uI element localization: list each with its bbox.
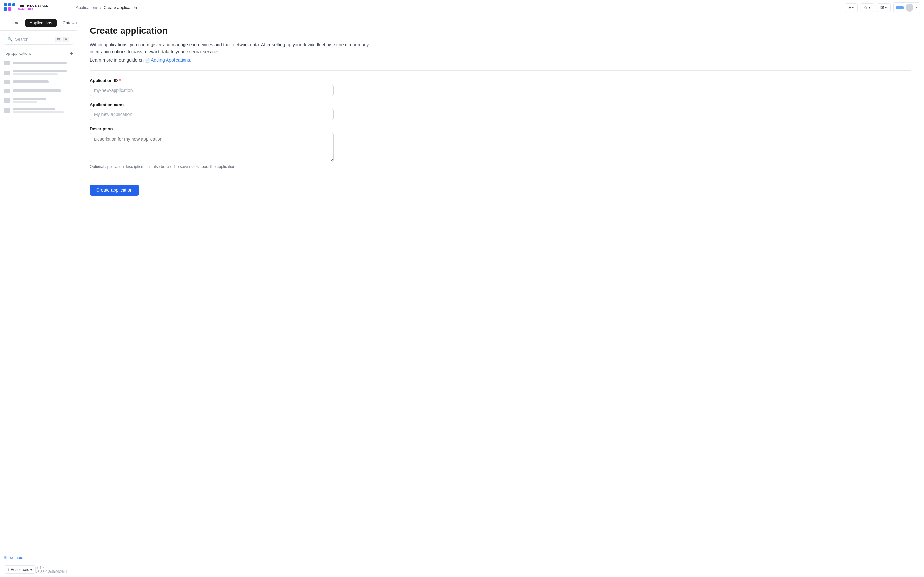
header-actions: + ▾ ☆ ▾ ✉ ▾ ▾ [845, 2, 920, 13]
list-item[interactable] [0, 87, 77, 95]
svg-rect-1 [8, 3, 11, 6]
bookmark-button[interactable]: ☆ ▾ [860, 3, 874, 12]
app-icon [4, 108, 10, 113]
app-icon [4, 61, 10, 65]
list-item[interactable] [0, 105, 77, 115]
logo-area: THE THINGS STACK SANDBOX [4, 3, 68, 12]
nav-gateways[interactable]: Gateways [58, 19, 77, 27]
app-id-group: Application ID * [90, 78, 334, 96]
kbd-k: K [63, 37, 69, 42]
app-icon [4, 89, 10, 93]
description-group: Description Optional application descrip… [90, 126, 334, 169]
app-name-label: Application name [90, 102, 334, 107]
sidebar-nav: Home Applications Gateways [0, 15, 77, 31]
description-hint: Optional application description; can al… [90, 164, 334, 169]
sidebar-section-header: Top applications + [0, 49, 77, 58]
list-item[interactable] [0, 68, 77, 77]
required-indicator: * [119, 78, 121, 83]
app-icon [4, 71, 10, 75]
nav-applications[interactable]: Applications [25, 19, 57, 27]
show-more-link[interactable]: Show more [0, 554, 77, 562]
svg-rect-2 [4, 7, 7, 11]
app-name-input[interactable] [90, 109, 334, 120]
divider-top [90, 70, 911, 71]
sidebar-add-button[interactable]: + [70, 51, 73, 56]
learn-more: Learn more in our guide on 📄 Adding Appl… [90, 57, 911, 63]
list-item[interactable] [0, 95, 77, 105]
search-placeholder: Search [15, 37, 52, 42]
list-item[interactable] [0, 59, 77, 68]
sidebar-section-title: Top applications [4, 51, 31, 56]
breadcrumb-separator: › [100, 5, 102, 10]
app-icon [4, 80, 10, 84]
breadcrumb-current: Create application [103, 5, 137, 10]
sidebar-footer: ℹ Resources ▾ eu1 • v3.33.0.3c8e962fdd [0, 562, 77, 577]
kbd-cmd: ⌘ [55, 37, 62, 42]
sidebar: Home Applications Gateways 🔍 Search ⌘ K … [0, 15, 77, 577]
user-menu-button[interactable]: ▾ [893, 2, 920, 13]
search-icon: 🔍 [7, 37, 13, 42]
breadcrumb-parent[interactable]: Applications [76, 5, 98, 10]
user-color-bar [896, 6, 904, 9]
app-id-label: Application ID * [90, 78, 334, 83]
resources-button[interactable]: ℹ Resources ▾ [4, 566, 36, 574]
page-description: Within applications, you can register an… [90, 41, 379, 55]
create-application-button[interactable]: Create application [90, 185, 139, 195]
app-icon [4, 98, 10, 103]
page-title: Create application [90, 26, 911, 36]
svg-rect-0 [4, 3, 7, 6]
breadcrumb: Applications › Create application [71, 5, 842, 10]
version-text: eu1 • v3.33.0.3c8e962fdd [36, 566, 73, 574]
notifications-button[interactable]: ✉ ▾ [877, 3, 891, 12]
logo-bottom-text: SANDBOX [18, 8, 48, 11]
add-button[interactable]: + ▾ [845, 3, 858, 12]
search-bar[interactable]: 🔍 Search ⌘ K [4, 34, 73, 45]
main-layout: Home Applications Gateways 🔍 Search ⌘ K … [0, 15, 924, 577]
description-textarea[interactable] [90, 133, 334, 162]
nav-home[interactable]: Home [4, 19, 24, 27]
search-shortcut: ⌘ K [55, 37, 69, 42]
logo-icon [4, 3, 15, 12]
description-label: Description [90, 126, 334, 131]
app-id-input[interactable] [90, 85, 334, 96]
svg-rect-4 [12, 3, 15, 6]
avatar [906, 4, 913, 11]
create-application-form: Application ID * Application name Descri… [90, 78, 334, 195]
content-area: Create application Within applications, … [77, 15, 924, 577]
top-header: THE THINGS STACK SANDBOX Applications › … [0, 0, 924, 15]
adding-applications-link[interactable]: Adding Applications [151, 57, 190, 63]
sidebar-list [0, 58, 77, 554]
list-item[interactable] [0, 77, 77, 87]
doc-icon: 📄 [145, 58, 150, 63]
svg-rect-3 [8, 7, 11, 11]
form-divider [90, 177, 334, 177]
app-name-group: Application name [90, 102, 334, 120]
